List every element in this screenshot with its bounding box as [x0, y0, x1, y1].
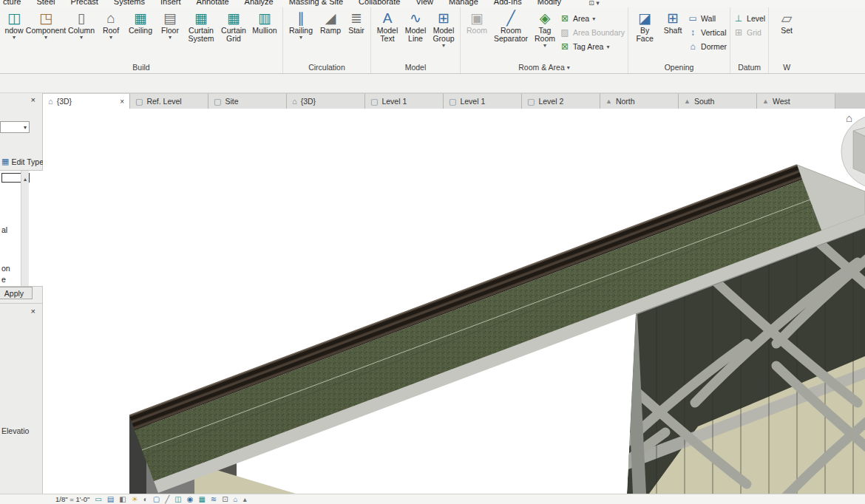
view-control-bar: 1/8" = 1'-0" ▭ ▤ ◧ ☀ ◐ ▢ ╱ ◫ ◉ ▦ ≋ ⊡ ⌂ ▴	[0, 494, 865, 504]
detail-level-icon[interactable]: ▭	[95, 495, 101, 504]
set-work-plane-button[interactable]: ▱ Set	[772, 9, 801, 35]
panel-dropdown-icon: ▾	[567, 64, 570, 71]
vertical-icon: ↕	[688, 27, 698, 38]
stair-button[interactable]: ≣ Stair	[345, 9, 367, 35]
panel-label-opening[interactable]: Opening	[628, 61, 730, 73]
view-tab-site[interactable]: ▢ Site	[208, 94, 287, 109]
by-face-button[interactable]: ◪ By Face	[631, 9, 658, 43]
properties-palette: × ▾ ▦ Edit Type ▴ al on e Apply × Elevat…	[0, 93, 43, 494]
column-button[interactable]: ▯ Column ▾	[67, 9, 96, 41]
type-selector-combo[interactable]: ▾	[0, 121, 30, 133]
edit-type-button[interactable]: ▦ Edit Type	[1, 157, 44, 166]
tag-area-button[interactable]: ⊠ Tag Area ▾	[560, 41, 625, 52]
ribbon-tab-addins[interactable]: Add-Ins	[494, 0, 522, 7]
ribbon-tab-manage[interactable]: Manage	[449, 0, 478, 7]
show-crop-region-icon[interactable]: ╱	[165, 495, 169, 504]
palette-close-button[interactable]: ×	[31, 96, 35, 104]
ribbon-tab-precast[interactable]: Precast	[71, 0, 98, 7]
panel-label-room-area[interactable]: Room & Area ▾	[461, 61, 628, 73]
component-button[interactable]: ◳ Component ▾	[27, 9, 65, 41]
visual-style-icon[interactable]: ▤	[107, 495, 114, 504]
dropdown-icon: ▾	[169, 35, 172, 41]
model-group-button[interactable]: ⊞ Model Group ▾	[430, 9, 457, 49]
reveal-hidden-icon[interactable]: ◉	[187, 495, 194, 504]
panel-label-circulation[interactable]: Circulation	[283, 61, 370, 73]
dormer-icon: ⌂	[688, 41, 698, 52]
dropdown-icon: ▾	[13, 35, 16, 41]
view-cube[interactable]: ⌂	[841, 112, 865, 188]
constraints-icon[interactable]: ⊡	[222, 495, 228, 504]
browser-tree-item-elevations[interactable]: Elevatio	[1, 426, 29, 435]
ceiling-button[interactable]: ▦ Ceiling	[126, 9, 155, 35]
chevron-down-icon: ▾	[24, 124, 27, 131]
shaft-button[interactable]: ⊞ Shaft	[659, 9, 686, 35]
temporary-view-properties-icon[interactable]: ▦	[198, 495, 205, 504]
panel-label-datum[interactable]: Datum	[730, 61, 768, 73]
tag-room-button[interactable]: ◈ Tag Room ▾	[532, 9, 558, 49]
panel-label-work-plane[interactable]: W	[769, 61, 804, 73]
view-tab-west[interactable]: ▲ West	[757, 94, 835, 109]
curtain-system-button[interactable]: ▦ Curtain System	[185, 9, 217, 43]
model-text-button[interactable]: A Model Text	[374, 9, 401, 43]
ribbon-tab-analyze[interactable]: Analyze	[245, 0, 274, 7]
rendering-dialog-icon[interactable]: ◐	[143, 495, 148, 504]
displacement-icon[interactable]: ⌂	[234, 495, 238, 504]
view-tab-ref-level[interactable]: ▢ Ref. Level	[130, 94, 208, 109]
close-tab-icon[interactable]: ×	[120, 98, 124, 106]
view-tab-3d[interactable]: ⌂ {3D}	[287, 94, 365, 109]
sun-path-icon[interactable]: ◧	[119, 495, 126, 504]
roof-button[interactable]: ⌂ Roof ▾	[98, 9, 124, 41]
view-tab-south[interactable]: ▲ South	[679, 94, 757, 109]
ribbon-tab-view[interactable]: View	[415, 0, 433, 7]
wall-opening-button[interactable]: ▭ Wall	[688, 13, 727, 24]
area-button[interactable]: ⊠ Area ▾	[560, 13, 625, 24]
analytical-model-icon[interactable]: ≋	[211, 495, 217, 504]
window-button[interactable]: ◫ ndow ▾	[3, 9, 25, 41]
scale-indicator[interactable]: 1/8" = 1'-0"	[55, 495, 89, 503]
ribbon-tab-massing-site[interactable]: Massing & Site	[289, 0, 343, 7]
panel-label-build[interactable]: Build	[0, 61, 282, 73]
model-line-button[interactable]: ∿ Model Line	[402, 9, 429, 43]
temporary-hide-icon[interactable]: ◫	[174, 495, 181, 504]
ribbon-tab-systems[interactable]: Systems	[114, 0, 145, 7]
ribbon-tab-modify[interactable]: Modify	[537, 0, 561, 7]
ribbon-tab-insert[interactable]: Insert	[160, 0, 181, 7]
model-group-icon: ⊞	[438, 10, 450, 27]
ribbon-tab-steel[interactable]: Steel	[36, 0, 55, 7]
panel-label-model[interactable]: Model	[371, 61, 460, 73]
view-tab-north[interactable]: ▲ North	[600, 94, 679, 109]
drawing-canvas[interactable]: ⌂	[43, 109, 865, 494]
view-tab-level2[interactable]: ▢ Level 2	[522, 94, 600, 109]
dormer-button[interactable]: ⌂ Dormer	[688, 41, 727, 52]
ribbon-tab-collaborate[interactable]: Collaborate	[359, 0, 400, 7]
ramp-button[interactable]: ◢ Ramp	[317, 9, 344, 35]
level-button[interactable]: ⊥ Level	[733, 13, 765, 24]
area-icon: ⊠	[560, 13, 570, 24]
room-button[interactable]: ▣ Room	[464, 9, 490, 35]
grid-button[interactable]: ⊞ Grid	[733, 27, 765, 38]
room-separator-button[interactable]: ╱ Room Separator	[492, 9, 530, 43]
ribbon-tab-architecture[interactable]: cture	[3, 0, 21, 7]
vertical-opening-button[interactable]: ↕ Vertical	[688, 27, 727, 38]
home-icon[interactable]: ⌂	[846, 112, 852, 124]
crop-view-icon[interactable]: ▢	[153, 495, 160, 504]
properties-scrollbar[interactable]: ▴	[21, 171, 29, 286]
filter-icon[interactable]: ▴	[243, 495, 247, 504]
tag-area-icon: ⊠	[560, 41, 570, 52]
ribbon-display-toggle-icon[interactable]: ⊡ ▾	[588, 0, 600, 7]
railing-button[interactable]: ∥ Railing ▾	[286, 9, 316, 41]
set-icon: ▱	[781, 10, 793, 27]
area-boundary-button[interactable]: ▨ Area Boundary	[560, 27, 625, 38]
view-tab-level1-b[interactable]: ▢ Level 1	[444, 94, 522, 109]
curtain-grid-button[interactable]: ▦ Curtain Grid	[219, 9, 248, 43]
browser-close-button[interactable]: ×	[31, 307, 35, 316]
mullion-button[interactable]: ▥ Mullion	[250, 9, 279, 35]
view-tab-level1[interactable]: ▢ Level 1	[365, 94, 444, 109]
dropdown-icon: ▾	[442, 43, 445, 49]
stair-icon: ≣	[350, 10, 362, 27]
floor-button[interactable]: ▤ Floor ▾	[157, 9, 183, 41]
apply-button[interactable]: Apply	[0, 287, 33, 299]
view-tab-3d-active[interactable]: ⌂ {3D} ×	[43, 94, 130, 109]
ribbon-tab-annotate[interactable]: Annotate	[197, 0, 229, 7]
shadows-icon[interactable]: ☀	[132, 495, 138, 504]
